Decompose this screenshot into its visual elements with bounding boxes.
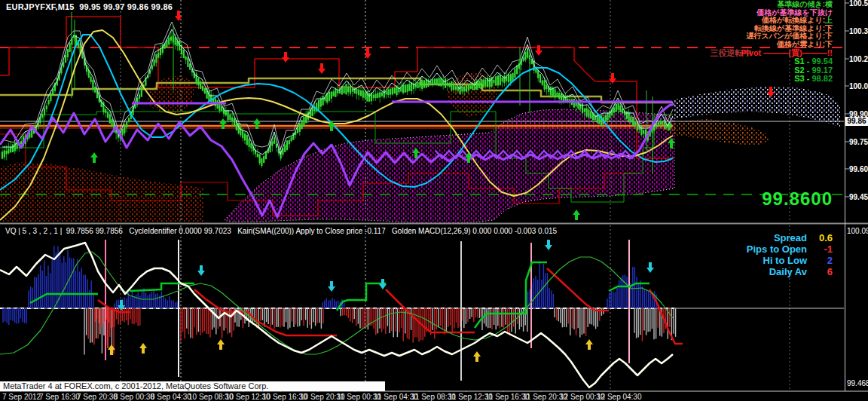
- status-bar: MetaTrader 4 at FOREX.com, c 2001-2012, …: [0, 381, 385, 391]
- info-row: Hi to Low2: [747, 255, 833, 266]
- down-signal-arrow: [318, 63, 326, 74]
- down-signal-arrow: [545, 240, 552, 250]
- time-axis-label: 8 Sep 04:30: [151, 393, 191, 401]
- price-scale-label: 100.05: [849, 82, 868, 90]
- up-signal-arrow: [90, 152, 98, 163]
- price-scale-label: 100.35: [849, 27, 868, 35]
- current-price-display: 99.8600: [747, 190, 833, 208]
- info-row: Pips to Open-1: [747, 243, 833, 255]
- time-axis-label: 7 Sep 2012: [2, 393, 41, 401]
- subwindow-indicator-header: VQ | 5 , 3 , 2 , 1 | 99.7856 99.7856 Cyc…: [5, 228, 557, 235]
- time-axis[interactable]: 7 Sep 20127 Sep 16:307 Sep 20:308 Sep 00…: [0, 392, 868, 401]
- down-signal-arrow: [328, 281, 335, 292]
- price-scale-label: 99.45: [849, 193, 868, 201]
- current-price-box: 99.86: [845, 117, 868, 126]
- up-signal-arrow: [139, 343, 147, 354]
- down-signal-arrow: [282, 52, 289, 63]
- ichimoku-status-panel: 基準線の傾き:横価格が基準線を下抜け価格が転換線より:上転換線が基準線より:下遅…: [710, 1, 833, 84]
- info-row: Spread0.6: [747, 232, 833, 243]
- price-info-panel: 99.8600 Spread0.6Pips to Open-1Hi to Low…: [747, 166, 833, 302]
- time-axis-label: 12 Sep 04:30: [597, 393, 642, 401]
- pivot-support-level: S3 - 98.82: [710, 75, 833, 84]
- indicator-subwindow-plot[interactable]: [0, 225, 844, 390]
- down-signal-arrow: [379, 279, 387, 289]
- subwindow-scale-max: 100.0911: [847, 227, 868, 235]
- trend-step-line: [547, 268, 609, 311]
- up-signal-arrow: [473, 351, 481, 362]
- indicator-cloud: [147, 75, 194, 115]
- price-scale-label: 100.50: [849, 0, 868, 8]
- up-signal-arrow: [585, 339, 593, 350]
- up-signal-arrow: [219, 118, 227, 129]
- subwindow-scale-min: 99.4689: [847, 379, 868, 387]
- down-signal-arrow: [609, 73, 616, 84]
- up-signal-arrow: [217, 339, 225, 350]
- price-scale-label: 99.60: [849, 165, 868, 173]
- down-signal-arrow: [646, 262, 654, 273]
- down-signal-arrow: [197, 265, 205, 276]
- price-scale-label: 99.75: [849, 138, 868, 146]
- down-signal-arrow: [535, 45, 542, 56]
- price-scale-label: 100.20: [849, 55, 868, 63]
- indicator-cloud: [0, 162, 203, 222]
- ichimoku-status-line: 価格が雲より:下: [710, 41, 833, 49]
- time-axis-label: 7 Sep 16:30: [39, 393, 80, 401]
- indicator-cloud: [663, 119, 770, 145]
- info-row: Daily Av6: [747, 266, 833, 277]
- time-axis-label: 7 Sep 20:30: [77, 393, 118, 401]
- time-axis-label: 8 Sep 00:30: [114, 393, 154, 401]
- up-signal-arrow: [253, 118, 261, 129]
- up-signal-arrow: [573, 210, 580, 220]
- mt4-chart-window: EURJPYFXF,M15 99.95 99.97 99.86 99.86 基準…: [0, 0, 868, 401]
- symbol-ohlc-header: EURJPYFXF,M15 99.95 99.97 99.86 99.86: [6, 3, 173, 11]
